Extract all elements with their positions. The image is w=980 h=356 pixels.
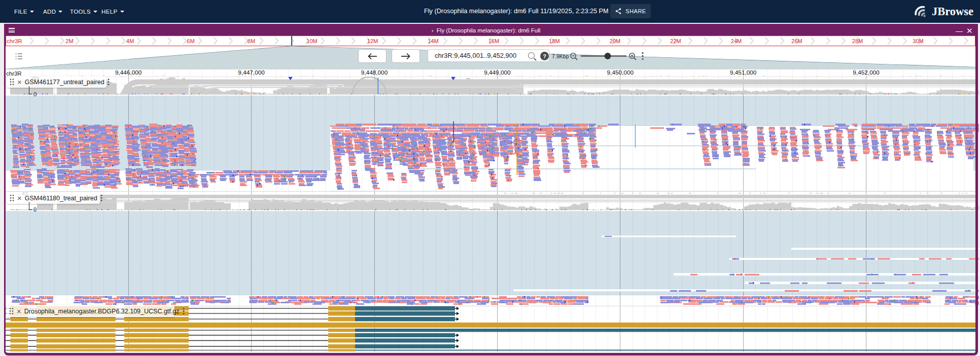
svg-text:9,450,000: 9,450,000: [607, 69, 634, 76]
svg-text:9,449,000: 9,449,000: [484, 69, 511, 76]
svg-text:16M: 16M: [488, 38, 499, 44]
svg-text:12M: 12M: [367, 38, 378, 44]
svg-text:2M: 2M: [65, 38, 73, 44]
svg-text:28M: 28M: [852, 38, 863, 44]
svg-text:8M: 8M: [248, 38, 255, 44]
svg-text:9,446,000: 9,446,000: [115, 69, 142, 76]
svg-text:4M: 4M: [126, 38, 134, 44]
svg-text:18M: 18M: [549, 38, 559, 44]
svg-text:20M: 20M: [610, 38, 620, 44]
svg-text:30M: 30M: [913, 38, 923, 44]
svg-text:14M: 14M: [428, 38, 438, 44]
svg-text:chr3R: chr3R: [7, 38, 22, 44]
svg-text:9,452,000: 9,452,000: [853, 69, 880, 76]
svg-text:6M: 6M: [187, 38, 194, 44]
svg-text:9,451,000: 9,451,000: [730, 69, 757, 76]
svg-text:26M: 26M: [791, 38, 802, 44]
svg-text:24M: 24M: [731, 38, 742, 44]
svg-text:10M: 10M: [306, 38, 317, 44]
svg-text:9,447,000: 9,447,000: [238, 69, 265, 76]
svg-text:9,448,000: 9,448,000: [361, 69, 388, 76]
svg-text:chr3R: chr3R: [6, 70, 22, 77]
svg-text:22M: 22M: [670, 38, 681, 44]
